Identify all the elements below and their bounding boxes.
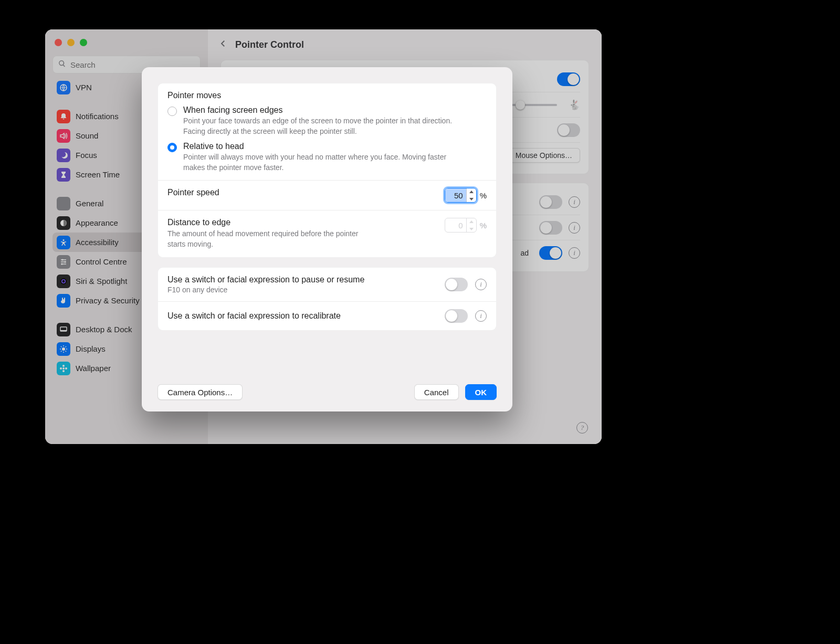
svg-point-6 (60, 278, 67, 284)
sliders-icon (57, 255, 70, 269)
ok-button[interactable]: OK (465, 384, 497, 400)
sidebar-item-label: Focus (76, 151, 97, 160)
sidebar-item-label: Screen Time (76, 170, 120, 179)
bg-toggle-4[interactable] (539, 221, 562, 235)
svg-rect-9 (60, 330, 67, 331)
percent-label: % (480, 191, 487, 200)
desktop-icon (57, 323, 70, 336)
svg-point-4 (64, 261, 66, 262)
accessibility-icon (57, 236, 70, 249)
info-icon[interactable]: i (475, 279, 487, 290)
switch-recalibrate-label: Use a switch or facial expression to rec… (167, 311, 437, 321)
switch-recalibrate-toggle[interactable] (445, 309, 468, 323)
svg-point-2 (63, 239, 65, 241)
option-description: Pointer will always move with your head … (183, 152, 467, 173)
search-icon (58, 60, 66, 70)
info-icon[interactable]: i (569, 247, 580, 259)
info-icon[interactable]: i (569, 222, 580, 234)
distance-value: 0 (445, 218, 466, 232)
hourglass-icon (57, 168, 70, 182)
pointer-speed-label: Pointer speed (167, 188, 219, 197)
content-header: Pointer Control (208, 29, 602, 60)
svg-point-10 (62, 347, 65, 351)
sheet-footer: Camera Options… Cancel OK (142, 376, 512, 411)
switch-pause-label: Use a switch or facial expression to pau… (167, 275, 437, 284)
stepper-down-icon[interactable] (467, 195, 476, 203)
percent-label: % (480, 221, 487, 230)
pointer-mode-relative-head[interactable]: Relative to head Pointer will always mov… (167, 142, 487, 173)
switch-recalibrate-row: Use a switch or facial expression to rec… (158, 302, 496, 330)
bg-toggle-2[interactable] (557, 123, 580, 137)
gear-icon (57, 197, 70, 210)
info-icon[interactable]: i (475, 310, 487, 322)
camera-options-button[interactable]: Camera Options… (158, 384, 243, 400)
info-icon[interactable]: i (569, 196, 580, 208)
rabbit-icon: 🐇 (569, 99, 580, 111)
radio-icon (167, 143, 177, 152)
close-window-button[interactable] (55, 39, 62, 46)
bg-toggle-1[interactable] (557, 72, 580, 86)
distance-label: Distance to edge (167, 218, 367, 227)
help-button[interactable]: ? (576, 422, 588, 434)
option-description: Point your face towards an edge of the s… (183, 116, 467, 136)
pointer-moves-heading: Pointer moves (167, 91, 487, 100)
mouse-options-button[interactable]: Mouse Options… (508, 148, 580, 163)
sidebar-item-label: Displays (76, 344, 106, 353)
sidebar-item-label: Accessibility (76, 238, 119, 247)
sidebar-item-label: Siri & Spotlight (76, 277, 127, 286)
option-label: When facing screen edges (183, 105, 467, 115)
zoom-window-button[interactable] (80, 39, 87, 46)
stepper-up-icon[interactable] (467, 188, 476, 195)
sidebar-item-label: VPN (76, 83, 92, 92)
sidebar-item-label: General (76, 199, 103, 208)
sidebar-item-label: Sound (76, 131, 98, 140)
sidebar-item-label: Desktop & Dock (76, 325, 132, 334)
hand-icon (57, 294, 70, 308)
sidebar-item-label: Wallpaper (76, 364, 111, 373)
svg-point-11 (62, 367, 65, 369)
pointer-speed-stepper[interactable]: 50 % (445, 188, 487, 203)
option-label: Relative to head (183, 142, 467, 151)
sidebar-item-label: Appearance (76, 218, 118, 227)
switch-pause-toggle[interactable] (445, 278, 468, 291)
pointer-speed-value[interactable]: 50 (445, 188, 466, 202)
bell-icon (57, 110, 70, 123)
radio-icon (167, 107, 177, 116)
bg-toggle-3[interactable] (539, 195, 562, 209)
flower-icon (57, 362, 70, 375)
sheet-scroll-area[interactable]: Pointer moves When facing screen edges P… (142, 67, 512, 376)
cancel-button[interactable]: Cancel (414, 384, 459, 400)
sidebar-item-label: Privacy & Security (76, 296, 140, 305)
svg-point-5 (61, 263, 62, 265)
sun-icon (57, 342, 70, 356)
pointer-speed-row: Pointer speed 50 % (158, 181, 496, 210)
pointer-control-sheet: Pointer moves When facing screen edges P… (142, 67, 512, 411)
bg-toggle-5[interactable] (539, 246, 562, 260)
sidebar-item-label: Control Centre (76, 257, 127, 266)
speaker-icon (57, 129, 70, 143)
svg-point-12 (62, 365, 65, 367)
distance-description: The amount of head movement required bef… (167, 229, 367, 249)
sidebar-item-label: Notifications (76, 112, 119, 121)
globe-icon (57, 81, 70, 94)
svg-point-15 (65, 367, 67, 369)
distance-to-edge-row: Distance to edge The amount of head move… (158, 210, 496, 257)
stepper-down-icon (467, 225, 476, 233)
switch-pause-sub: F10 on any device (167, 286, 437, 294)
distance-stepper: 0 % (445, 218, 487, 233)
page-title: Pointer Control (235, 39, 304, 50)
pointer-mode-facing-edges[interactable]: When facing screen edges Point your face… (167, 105, 487, 136)
window-controls (52, 36, 201, 56)
minimize-window-button[interactable] (67, 39, 75, 46)
siri-icon (57, 275, 70, 288)
bg-text-partial: ad (520, 249, 529, 257)
svg-point-3 (61, 259, 63, 260)
moon-icon (57, 149, 70, 162)
svg-point-13 (62, 370, 65, 372)
appearance-icon (57, 216, 70, 230)
switches-card: Use a switch or facial expression to pau… (158, 267, 497, 331)
stepper-up-icon (467, 218, 476, 225)
pointer-moves-card: Pointer moves When facing screen edges P… (158, 83, 497, 258)
svg-point-14 (60, 367, 62, 369)
back-button[interactable] (218, 39, 228, 51)
